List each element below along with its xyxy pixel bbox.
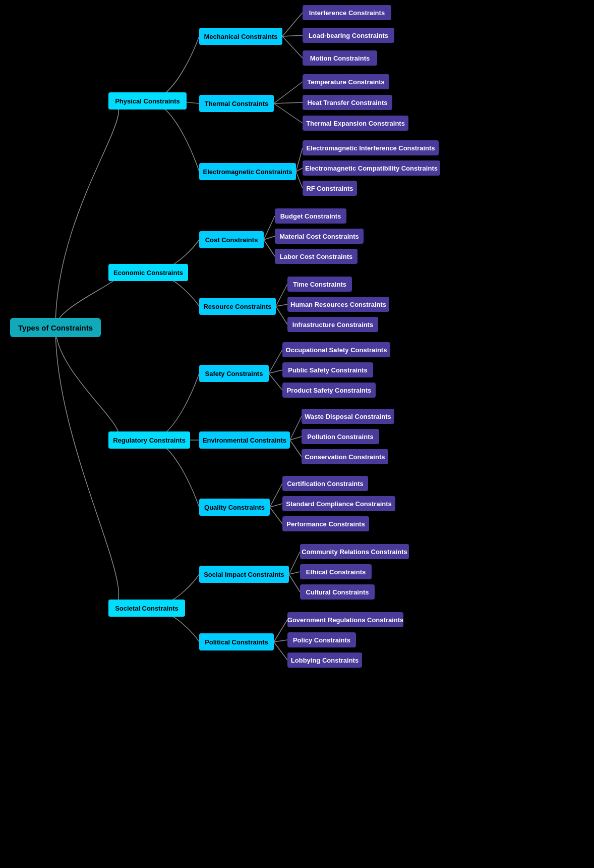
svg-line-8 [296,172,303,188]
safety-constraints-node: Safety Constraints [199,365,269,382]
public-safety-constraints-node: Public Safety Constraints [282,362,373,377]
rf-label: RF Constraints [306,185,353,192]
svg-line-1 [282,35,303,36]
safety-label: Safety Constraints [205,370,263,377]
emc-constraints-node: Electromagnetic Compatibility Constraint… [303,160,440,176]
waste-label: Waste Disposal Constraints [305,413,391,420]
motion-label: Motion Constraints [310,55,370,62]
standard-label: Standard Compliance Constraints [286,500,391,508]
performance-label: Performance Constraints [286,520,365,528]
product-safety-constraints-node: Product Safety Constraints [282,383,376,398]
svg-line-3 [274,82,303,103]
government-regulations-constraints-node: Government Regulations Constraints [287,612,403,627]
material-cost-constraints-node: Material Cost Constraints [275,229,364,244]
svg-line-20 [290,440,302,457]
product-safety-label: Product Safety Constraints [287,387,372,394]
svg-line-14 [276,306,287,324]
svg-line-5 [274,103,303,123]
economic-label: Economic Constraints [113,269,183,277]
svg-line-6 [296,148,303,172]
heat-transfer-label: Heat Transfer Constraints [308,99,388,106]
svg-line-18 [290,416,302,440]
standard-compliance-constraints-node: Standard Compliance Constraints [282,496,395,511]
environmental-label: Environmental Constraints [203,437,286,444]
physical-constraints-node: Physical Constraints [108,92,187,110]
performance-constraints-node: Performance Constraints [282,516,369,531]
quality-constraints-node: Quality Constraints [199,499,270,516]
economic-constraints-node: Economic Constraints [108,264,188,281]
societal-label: Societal Constraints [115,605,179,612]
svg-line-12 [276,284,287,306]
conservation-label: Conservation Constraints [305,453,385,461]
human-resources-constraints-node: Human Resources Constraints [287,297,389,312]
svg-line-15 [269,350,282,373]
motion-constraints-node: Motion Constraints [303,50,377,66]
quality-label: Quality Constraints [204,504,265,511]
svg-line-29 [274,642,287,660]
cost-constraints-node: Cost Constraints [199,231,264,248]
physical-label: Physical Constraints [115,97,180,105]
svg-line-2 [282,36,303,58]
lobbying-label: Lobbying Constraints [291,657,359,664]
mechanical-constraints-node: Mechanical Constraints [199,28,282,45]
societal-constraints-node: Societal Constraints [108,600,185,617]
svg-line-16 [269,370,282,373]
material-cost-label: Material Cost Constraints [279,233,359,240]
svg-line-27 [274,620,287,642]
political-label: Political Constraints [205,638,268,646]
certification-constraints-node: Certification Constraints [282,476,368,491]
conservation-constraints-node: Conservation Constraints [302,449,388,464]
social-impact-constraints-node: Social Impact Constraints [199,566,289,583]
heat-transfer-constraints-node: Heat Transfer Constraints [303,95,392,110]
regulatory-constraints-node: Regulatory Constraints [108,431,190,449]
interference-constraints-node: Interference Constraints [303,5,391,20]
svg-line-21 [270,483,282,507]
emi-constraints-node: Electromagnetic Interference Constraints [303,140,439,155]
load-bearing-constraints-node: Load-bearing Constraints [303,28,394,43]
root-node: Types of Constraints [10,318,101,337]
occupational-label: Occupational Safety Constraints [286,346,387,354]
cultural-constraints-node: Cultural Constraints [300,584,375,600]
resource-constraints-node: Resource Constraints [199,298,276,315]
svg-line-0 [282,13,303,36]
svg-line-28 [274,640,287,642]
labor-cost-label: Labor Cost Constraints [280,253,352,260]
svg-line-25 [289,572,300,574]
policy-label: Policy Constraints [293,636,350,644]
public-safety-label: Public Safety Constraints [288,366,367,374]
svg-line-19 [290,437,302,440]
ethical-label: Ethical Constraints [306,568,366,576]
mechanical-label: Mechanical Constraints [204,33,278,40]
lobbying-constraints-node: Lobbying Constraints [287,653,362,668]
interference-label: Interference Constraints [309,9,385,17]
svg-line-11 [264,240,275,256]
community-relations-constraints-node: Community Relations Constraints [300,544,409,559]
ethical-constraints-node: Ethical Constraints [300,564,372,579]
temperature-constraints-node: Temperature Constraints [303,74,389,89]
regulatory-label: Regulatory Constraints [113,437,186,444]
electromagnetic-label: Electromagnetic Constraints [203,168,292,176]
government-label: Government Regulations Constraints [287,616,403,624]
svg-line-26 [289,574,300,592]
svg-line-10 [264,236,275,240]
svg-line-7 [296,168,303,172]
budget-constraints-node: Budget Constraints [275,208,346,224]
load-bearing-label: Load-bearing Constraints [309,32,388,39]
human-resources-label: Human Resources Constraints [290,301,386,308]
svg-line-17 [269,373,282,390]
rf-constraints-node: RF Constraints [303,181,357,196]
thermal-label: Thermal Constraints [205,100,268,107]
root-label: Types of Constraints [18,323,93,332]
thermal-expansion-constraints-node: Thermal Expansion Constraints [303,116,408,131]
svg-line-4 [274,102,303,103]
thermal-constraints-node: Thermal Constraints [199,95,274,112]
policy-constraints-node: Policy Constraints [287,632,356,647]
emi-label: Electromagnetic Interference Constraints [306,144,435,152]
emc-label: Electromagnetic Compatibility Constraint… [305,165,438,172]
labor-cost-constraints-node: Labor Cost Constraints [275,249,358,264]
temperature-label: Temperature Constraints [307,78,385,86]
resource-label: Resource Constraints [203,303,271,310]
time-constraints-node: Time Constraints [287,277,352,292]
environmental-constraints-node: Environmental Constraints [199,431,290,449]
svg-line-13 [276,304,287,306]
